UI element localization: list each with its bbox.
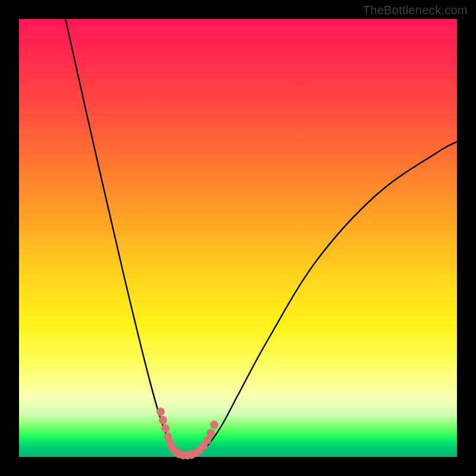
threshold-marker	[161, 424, 170, 433]
plot-area	[19, 19, 457, 457]
threshold-marker	[206, 429, 215, 437]
threshold-marker	[203, 436, 211, 444]
watermark-text: TheBottleneck.com	[363, 4, 468, 17]
chart-frame: TheBottleneck.com	[0, 0, 476, 476]
threshold-marker	[159, 416, 167, 424]
curve-layer	[19, 19, 457, 457]
threshold-marker	[156, 408, 165, 416]
bottleneck-curve	[65, 19, 457, 455]
threshold-markers	[156, 408, 218, 459]
threshold-marker	[210, 421, 218, 429]
